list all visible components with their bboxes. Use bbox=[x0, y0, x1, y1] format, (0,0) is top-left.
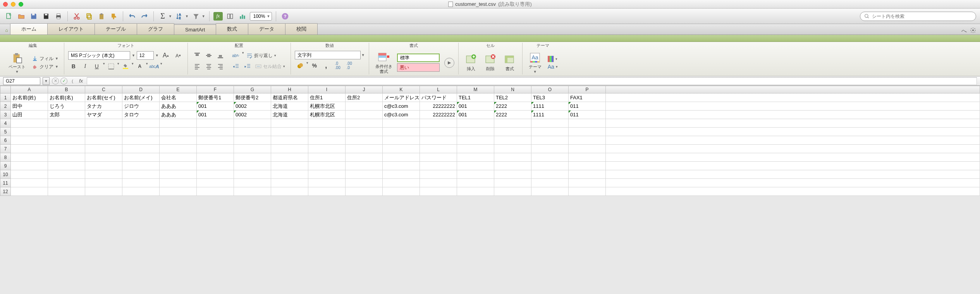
cell[interactable] bbox=[234, 136, 271, 145]
column-header[interactable]: C bbox=[85, 86, 122, 93]
cell[interactable] bbox=[531, 162, 569, 170]
cell[interactable] bbox=[11, 162, 48, 170]
save-alt-button[interactable] bbox=[41, 11, 51, 21]
cell[interactable] bbox=[85, 145, 122, 153]
cell[interactable] bbox=[197, 145, 234, 153]
cell[interactable]: 001 bbox=[457, 111, 494, 119]
cell[interactable] bbox=[457, 145, 494, 153]
new-doc-button[interactable] bbox=[4, 11, 14, 21]
cell[interactable] bbox=[48, 170, 85, 179]
autosum-dropdown[interactable]: ▼ bbox=[168, 14, 172, 18]
cell[interactable] bbox=[160, 119, 197, 128]
cell[interactable] bbox=[122, 145, 160, 153]
delete-cells-button[interactable]: 削除 bbox=[482, 53, 499, 73]
style-normal[interactable]: 標準 bbox=[397, 54, 440, 62]
name-box-dropdown[interactable]: ▼ bbox=[43, 77, 50, 85]
cell[interactable] bbox=[457, 119, 494, 128]
themes-button[interactable]: Aaテーマ▼ bbox=[526, 51, 544, 74]
cell[interactable] bbox=[420, 136, 457, 145]
cell[interactable]: 札幌市北区 bbox=[308, 102, 346, 111]
cell[interactable] bbox=[494, 187, 531, 196]
tab-formulas[interactable]: 数式 bbox=[216, 23, 248, 35]
tab-charts[interactable]: グラフ bbox=[137, 23, 174, 35]
cell[interactable]: 太郎 bbox=[48, 111, 85, 119]
cell[interactable]: 山田 bbox=[11, 111, 48, 119]
cell[interactable]: 田中 bbox=[11, 102, 48, 111]
cell[interactable] bbox=[420, 119, 457, 128]
cell[interactable] bbox=[457, 179, 494, 187]
row-header[interactable]: 1 bbox=[0, 93, 11, 102]
cell[interactable] bbox=[48, 162, 85, 170]
column-header[interactable]: L bbox=[420, 86, 457, 93]
align-middle-button[interactable] bbox=[203, 51, 214, 60]
column-header[interactable]: O bbox=[531, 86, 569, 93]
cell[interactable] bbox=[569, 187, 606, 196]
home-icon[interactable]: ⌂ bbox=[3, 28, 10, 35]
styles-gallery-button[interactable]: ▶ bbox=[444, 58, 454, 68]
cell[interactable] bbox=[160, 187, 197, 196]
row-header[interactable]: 9 bbox=[0, 162, 11, 170]
row-header[interactable]: 3 bbox=[0, 111, 11, 119]
cell[interactable] bbox=[420, 145, 457, 153]
column-header[interactable]: P bbox=[569, 86, 606, 93]
cell[interactable]: TEL1 bbox=[457, 93, 494, 102]
cell[interactable]: タナカ bbox=[85, 102, 122, 111]
accept-formula-button[interactable]: ✓ bbox=[60, 78, 67, 85]
column-header[interactable]: J bbox=[346, 86, 383, 93]
shrink-font-button[interactable]: A▾ bbox=[173, 51, 184, 60]
cell[interactable] bbox=[197, 179, 234, 187]
cell[interactable] bbox=[457, 170, 494, 179]
cell[interactable] bbox=[383, 128, 420, 136]
column-header[interactable]: D bbox=[122, 86, 160, 93]
print-button[interactable] bbox=[53, 11, 64, 21]
cell[interactable] bbox=[383, 162, 420, 170]
cell[interactable] bbox=[11, 170, 48, 179]
column-header[interactable]: K bbox=[383, 86, 420, 93]
column-header[interactable]: H bbox=[271, 86, 308, 93]
column-header[interactable]: G bbox=[234, 86, 271, 93]
cell[interactable] bbox=[531, 187, 569, 196]
cell[interactable]: 郵便番号2 bbox=[234, 93, 271, 102]
sort-button[interactable]: AZ bbox=[174, 11, 184, 21]
border-button[interactable] bbox=[106, 62, 117, 71]
cell[interactable] bbox=[606, 128, 980, 136]
cell[interactable] bbox=[234, 119, 271, 128]
help-button[interactable]: ? bbox=[280, 11, 290, 21]
align-bottom-button[interactable] bbox=[215, 51, 226, 60]
cell[interactable] bbox=[85, 179, 122, 187]
format-cells-button[interactable]: 書式 bbox=[501, 53, 518, 73]
cell[interactable] bbox=[569, 136, 606, 145]
cell[interactable]: お名前(姓) bbox=[11, 93, 48, 102]
cell[interactable] bbox=[606, 162, 980, 170]
cell[interactable] bbox=[48, 136, 85, 145]
tab-layout[interactable]: レイアウト bbox=[47, 23, 95, 35]
align-left-button[interactable] bbox=[192, 62, 203, 71]
cell[interactable] bbox=[308, 119, 346, 128]
fill-color-button[interactable] bbox=[120, 62, 131, 71]
orientation-button[interactable]: ab↻ bbox=[230, 51, 241, 60]
column-header[interactable]: A bbox=[11, 86, 48, 93]
cell[interactable] bbox=[531, 153, 569, 162]
cell[interactable] bbox=[85, 119, 122, 128]
cell[interactable]: あああ bbox=[160, 102, 197, 111]
cell[interactable] bbox=[494, 128, 531, 136]
increase-indent-button[interactable] bbox=[242, 62, 253, 71]
decrease-decimal-button[interactable]: .00.0 bbox=[344, 61, 355, 70]
filter-button[interactable] bbox=[191, 11, 201, 21]
cell[interactable] bbox=[346, 153, 383, 162]
underline-button[interactable]: U bbox=[91, 62, 102, 71]
cell[interactable] bbox=[197, 136, 234, 145]
cell[interactable] bbox=[569, 145, 606, 153]
row-header[interactable]: 7 bbox=[0, 145, 11, 153]
wrap-text-button[interactable]: 折り返し▾ bbox=[245, 51, 278, 60]
cell[interactable] bbox=[11, 145, 48, 153]
zoom-control[interactable]: 100% ▼ bbox=[250, 12, 272, 21]
cell[interactable]: 011 bbox=[569, 111, 606, 119]
cell[interactable] bbox=[308, 162, 346, 170]
autosum-button[interactable]: Σ bbox=[158, 11, 168, 21]
tab-review[interactable]: 校閲 bbox=[285, 23, 318, 35]
cell[interactable] bbox=[48, 153, 85, 162]
cell[interactable] bbox=[346, 136, 383, 145]
cell[interactable] bbox=[606, 145, 980, 153]
cell[interactable]: 001 bbox=[197, 102, 234, 111]
